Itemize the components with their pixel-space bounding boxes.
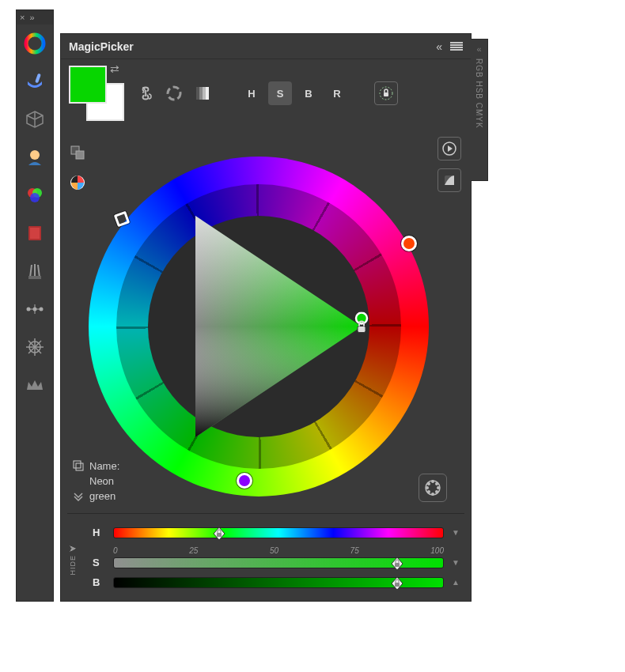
- svg-rect-41: [76, 463, 83, 470]
- menu-icon[interactable]: [450, 42, 463, 51]
- chevron-down-icon[interactable]: [72, 492, 85, 501]
- slider-thumb-s[interactable]: [391, 557, 403, 571]
- svg-rect-39: [358, 327, 366, 333]
- swap-icon[interactable]: ⇄: [110, 62, 119, 75]
- slider-thumb-h[interactable]: [213, 527, 225, 541]
- slider-row-s: S ▼: [93, 557, 460, 568]
- tool-portrait[interactable]: [17, 140, 52, 175]
- svg-rect-52: [395, 563, 400, 567]
- svg-point-49: [427, 490, 430, 493]
- color-wheel-area: Name: Neon green: [61, 129, 456, 508]
- divider: [67, 513, 464, 514]
- color-swatches[interactable]: ⇄: [69, 66, 124, 121]
- tool-mortar[interactable]: [17, 64, 52, 99]
- svg-point-5: [30, 193, 40, 202]
- svg-point-47: [435, 482, 438, 485]
- magicpicker-panel: « RGB HSB CMYK MagicPicker « ⇄: [60, 33, 472, 602]
- plugin-toolstrip: × »: [16, 9, 54, 602]
- mode-expand-icon[interactable]: «: [476, 44, 481, 54]
- color-name-block: Name: Neon green: [72, 459, 119, 502]
- mode-strip-label[interactable]: RGB HSB CMYK: [475, 59, 483, 129]
- svg-rect-11: [28, 276, 41, 279]
- svg-line-10: [38, 265, 40, 277]
- svg-point-48: [435, 490, 438, 493]
- swatch-foreground[interactable]: [69, 66, 107, 104]
- svg-rect-30: [206, 87, 209, 100]
- tool-book[interactable]: [17, 216, 52, 251]
- slider-track-b[interactable]: [113, 577, 444, 588]
- svg-rect-27: [196, 87, 199, 100]
- mode-b-button[interactable]: B: [297, 81, 320, 105]
- svg-rect-40: [74, 461, 81, 468]
- svg-rect-29: [203, 87, 206, 100]
- slider-track-s[interactable]: [113, 557, 444, 568]
- svg-rect-51: [217, 533, 222, 537]
- tool-helm[interactable]: [17, 330, 52, 364]
- slider-h-down-icon[interactable]: ▼: [452, 528, 460, 537]
- svg-point-44: [437, 486, 440, 489]
- close-icon[interactable]: ×: [20, 13, 25, 22]
- top-toolbar: ⇄ H S B R: [61, 59, 471, 121]
- svg-point-26: [168, 87, 180, 100]
- svg-rect-1: [35, 74, 41, 84]
- svg-rect-7: [30, 228, 40, 239]
- expand-icon[interactable]: »: [29, 13, 34, 22]
- tool-pen[interactable]: [17, 292, 52, 327]
- grayscale-button[interactable]: [191, 81, 214, 105]
- svg-rect-53: [395, 583, 400, 587]
- harmony-button[interactable]: [419, 474, 447, 502]
- complement-marker-1[interactable]: [401, 236, 417, 251]
- svg-rect-28: [199, 87, 203, 100]
- svg-point-43: [431, 480, 434, 483]
- slider-thumb-b[interactable]: [391, 576, 403, 591]
- tool-brushes[interactable]: [17, 254, 52, 289]
- svg-point-46: [426, 486, 429, 489]
- collapse-icon[interactable]: «: [436, 40, 442, 53]
- copy-icon[interactable]: [72, 459, 85, 472]
- slider-row-b: B ▲: [93, 576, 460, 588]
- panel-title: MagicPicker: [69, 40, 134, 53]
- slider-track-h[interactable]: [113, 527, 444, 538]
- complement-marker-2[interactable]: [237, 473, 252, 489]
- link-toggle[interactable]: [134, 81, 157, 105]
- mode-h-button[interactable]: H: [240, 81, 263, 105]
- mode-strip: « RGB HSB CMYK: [471, 39, 488, 181]
- hide-label[interactable]: HIDE ⮟: [69, 544, 77, 575]
- slider-ticks: 0 25 50 75 100: [113, 546, 444, 555]
- color-name-value-1: Neon: [89, 475, 114, 487]
- sv-triangle[interactable]: [140, 208, 377, 445]
- tool-crown[interactable]: [17, 368, 52, 402]
- slider-row-h: H ▼: [93, 527, 460, 538]
- slider-b-up-icon[interactable]: ▲: [452, 578, 460, 587]
- color-name-label: Name:: [89, 460, 119, 472]
- loading-mode-button[interactable]: [162, 81, 186, 105]
- svg-line-8: [30, 265, 32, 277]
- hsb-sliders: HIDE ⮟ H ▼ 0 25 50 75 100 S: [61, 519, 471, 601]
- titlebar: MagicPicker «: [61, 34, 471, 59]
- slider-label-b: B: [93, 576, 105, 588]
- toolstrip-header: × »: [17, 10, 53, 25]
- tool-colorwheel[interactable]: [17, 26, 52, 61]
- slider-label-s: S: [93, 557, 105, 568]
- sv-pick-marker[interactable]: [352, 312, 371, 338]
- tool-3d[interactable]: [17, 102, 52, 137]
- tool-rgb[interactable]: [17, 178, 52, 213]
- slider-s-down-icon[interactable]: ▼: [452, 558, 460, 567]
- svg-point-45: [431, 493, 434, 496]
- mode-s-button[interactable]: S: [268, 81, 292, 105]
- mode-r-button[interactable]: R: [325, 81, 349, 105]
- svg-rect-32: [384, 92, 388, 96]
- svg-point-50: [427, 482, 430, 485]
- svg-point-0: [26, 35, 44, 52]
- slider-label-h: H: [93, 527, 105, 538]
- svg-point-2: [30, 150, 40, 160]
- color-name-value-2: green: [89, 490, 116, 502]
- gamut-lock-button[interactable]: [374, 81, 398, 105]
